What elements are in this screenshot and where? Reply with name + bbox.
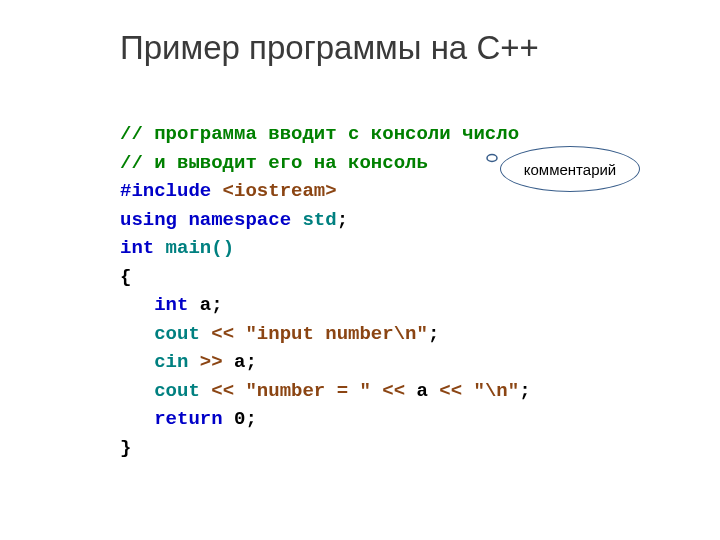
callout-label: комментарий (524, 161, 616, 178)
kw-include: #include (120, 180, 211, 202)
str-nl: "\n" (462, 380, 519, 402)
semi-6: ; (245, 408, 256, 430)
a-out: a (405, 380, 439, 402)
cout-1: cout (154, 323, 211, 345)
indent-2 (120, 323, 154, 345)
op-rr: >> (200, 351, 223, 373)
callout-bubble: комментарий (500, 146, 640, 192)
semi-2: ; (211, 294, 222, 316)
include-header: <iostream> (211, 180, 336, 202)
a-ref: a (223, 351, 246, 373)
indent-1 (120, 294, 154, 316)
main-name: main() (154, 237, 234, 259)
cin: cin (154, 351, 200, 373)
semi-3: ; (428, 323, 439, 345)
op-ll-2: << (211, 380, 234, 402)
op-ll-4: << (439, 380, 462, 402)
kw-namespace: namespace (177, 209, 291, 231)
kw-int-2: int (154, 294, 188, 316)
zero: 0 (223, 408, 246, 430)
semi-4: ; (245, 351, 256, 373)
semi-1: ; (337, 209, 348, 231)
slide: Пример программы на С++ // программа вво… (0, 0, 720, 540)
slide-title: Пример программы на С++ (120, 28, 610, 68)
indent-3 (120, 351, 154, 373)
op-ll-3: << (382, 380, 405, 402)
svg-point-0 (487, 155, 497, 162)
brace-open: { (120, 266, 131, 288)
ns-std: std (291, 209, 337, 231)
kw-int-1: int (120, 237, 154, 259)
code-comment-1: // программа вводит с консоли число (120, 123, 519, 145)
str-number: "number = " (234, 380, 382, 402)
indent-5 (120, 408, 154, 430)
callout: комментарий (500, 146, 640, 192)
str-input: "input number\n" (234, 323, 428, 345)
brace-close: } (120, 437, 131, 459)
semi-5: ; (519, 380, 530, 402)
kw-using: using (120, 209, 177, 231)
indent-4 (120, 380, 154, 402)
cout-2: cout (154, 380, 211, 402)
kw-return: return (154, 408, 222, 430)
op-ll-1: << (211, 323, 234, 345)
var-a: a (188, 294, 211, 316)
code-comment-2: // и выводит его на консоль (120, 152, 428, 174)
